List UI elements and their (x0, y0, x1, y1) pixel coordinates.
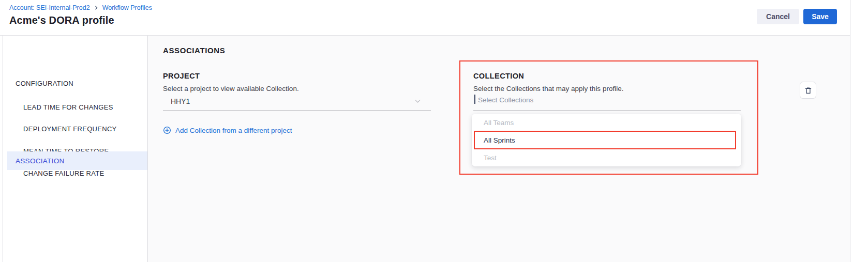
collections-select-input[interactable]: Select Collections (478, 96, 533, 104)
cancel-button[interactable]: Cancel (757, 9, 799, 24)
chevron-down-icon[interactable] (414, 97, 422, 107)
sidebar: CONFIGURATION LEAD TIME FOR CHANGES DEPL… (3, 36, 147, 262)
right-frame-border (850, 0, 850, 262)
breadcrumb-page-link[interactable]: Workflow Profiles (102, 4, 152, 11)
app-window: Account: SEI-Internal-Prod2 Workflow Pro… (0, 0, 868, 262)
sidebar-item-configuration[interactable]: CONFIGURATION (16, 80, 73, 88)
save-button[interactable]: Save (803, 9, 837, 24)
associations-section-title: ASSOCIATIONS (163, 46, 225, 55)
text-caret (474, 95, 475, 104)
sidebar-item-change-failure-rate[interactable]: CHANGE FAILURE RATE (23, 169, 104, 178)
dropdown-option-all-sprints[interactable]: All Sprints (472, 131, 741, 149)
chevron-right-icon (94, 5, 99, 10)
sidebar-item-lead-time-for-changes[interactable]: LEAD TIME FOR CHANGES (23, 103, 113, 112)
project-select-value[interactable]: HHY1 (171, 97, 190, 105)
collections-select-underline (473, 111, 741, 111)
sidebar-item-association-label: ASSOCIATION (16, 157, 65, 165)
sidebar-divider (147, 36, 148, 262)
project-group-description: Select a project to view available Colle… (163, 85, 299, 93)
breadcrumb: Account: SEI-Internal-Prod2 Workflow Pro… (9, 4, 152, 11)
breadcrumb-account-link[interactable]: Account: SEI-Internal-Prod2 (9, 4, 90, 11)
trash-icon (804, 86, 812, 95)
project-select-underline (163, 111, 431, 111)
sidebar-item-deployment-frequency[interactable]: DEPLOYMENT FREQUENCY (23, 125, 117, 133)
project-group-title: PROJECT (163, 72, 200, 80)
page-title: Acme's DORA profile (9, 14, 114, 26)
add-collection-link[interactable]: Add Collection from a different project (163, 126, 292, 134)
add-collection-link-label: Add Collection from a different project (175, 127, 292, 134)
collection-group-title: COLLECTION (473, 72, 524, 80)
collections-dropdown: All Teams All Sprints Test (472, 114, 741, 166)
collection-group-description: Select the Collections that may apply th… (473, 85, 623, 93)
dropdown-option-test[interactable]: Test (472, 149, 741, 166)
delete-collection-button[interactable] (800, 82, 816, 99)
plus-circle-icon (163, 126, 171, 134)
dropdown-option-all-teams[interactable]: All Teams (472, 114, 741, 131)
sidebar-item-association[interactable]: ASSOCIATION (7, 151, 147, 170)
